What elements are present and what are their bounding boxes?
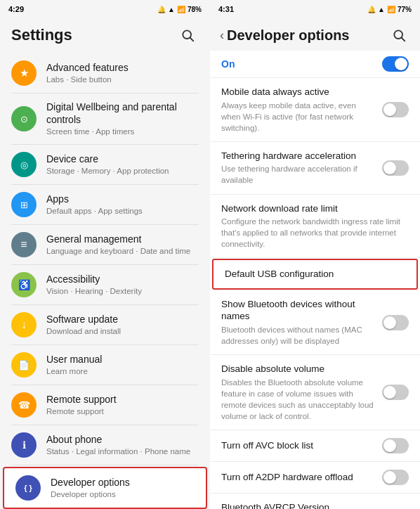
user-manual-icon: 📄 bbox=[11, 352, 37, 378]
wifi-icon: ▲ bbox=[168, 6, 175, 13]
settings-item-digital-wellbeing[interactable]: ⊙ Digital Wellbeing and parental control… bbox=[0, 94, 210, 144]
device-care-icon: ◎ bbox=[11, 152, 37, 177]
toggle-thumb bbox=[395, 58, 407, 70]
status-bar-right: 4:31 🔔 ▲ 📶 77% bbox=[210, 0, 420, 17]
network-download-subtitle: Configure the network bandwidth ingress … bbox=[221, 216, 402, 250]
svg-line-3 bbox=[402, 38, 405, 41]
dev-item-a2dp[interactable]: Turn off A2DP hardware offload bbox=[210, 462, 420, 494]
developer-options-panel: 4:31 🔔 ▲ 📶 77% ‹ Developer options On bbox=[210, 0, 420, 509]
bluetooth-devices-subtitle: Bluetooth devices without names (MAC add… bbox=[221, 324, 375, 347]
dev-search-icon bbox=[392, 28, 406, 42]
on-label: On bbox=[221, 58, 235, 70]
mobile-data-subtitle: Always keep mobile data active, even whe… bbox=[221, 100, 375, 134]
settings-header: Settings bbox=[0, 17, 210, 53]
absolute-volume-subtitle: Disables the Bluetooth absolute volume f… bbox=[221, 377, 375, 422]
tethering-subtitle: Use tethering hardware acceleration if a… bbox=[221, 163, 375, 186]
settings-item-software-update[interactable]: ↓ Software update Download and install bbox=[0, 305, 210, 344]
accessibility-subtitle: Vision · Hearing · Dexterity bbox=[46, 286, 199, 297]
a2dp-title: Turn off A2DP hardware offload bbox=[221, 471, 375, 484]
general-management-icon: ≡ bbox=[11, 232, 37, 257]
usb-config-title: Default USB configuration bbox=[225, 268, 398, 281]
developer-options-subtitle: Developer options bbox=[51, 489, 195, 500]
user-manual-title: User manual bbox=[46, 353, 199, 366]
settings-item-accessibility[interactable]: ♿ Accessibility Vision · Hearing · Dexte… bbox=[0, 265, 210, 304]
developer-options-toggle[interactable] bbox=[382, 56, 409, 72]
advanced-features-icon: ★ bbox=[11, 60, 37, 86]
dev-item-avc-block[interactable]: Turn off AVC block list bbox=[210, 430, 420, 462]
software-update-title: Software update bbox=[46, 313, 199, 326]
general-management-title: General management bbox=[46, 233, 199, 245]
network-download-title: Network download rate limit bbox=[221, 202, 402, 215]
wifi-icon-r: ▲ bbox=[378, 6, 385, 13]
advanced-features-title: Advanced features bbox=[46, 61, 199, 74]
bluetooth-devices-toggle[interactable] bbox=[382, 315, 409, 330]
developer-options-list: On Mobile data always active Always keep… bbox=[210, 51, 420, 509]
status-bar-left: 4:29 🔔 ▲ 📶 78% bbox=[0, 0, 210, 17]
apps-title: Apps bbox=[46, 193, 199, 205]
dev-item-tethering[interactable]: Tethering hardware acceleration Use teth… bbox=[210, 142, 420, 195]
settings-item-developer-options[interactable]: { } Developer options Developer options bbox=[3, 467, 207, 509]
divider bbox=[11, 465, 199, 465]
dev-search-button[interactable] bbox=[388, 24, 410, 46]
settings-title: Settings bbox=[11, 26, 72, 44]
mobile-data-title: Mobile data always active bbox=[221, 86, 375, 98]
absolute-volume-title: Disable absolute volume bbox=[221, 363, 375, 375]
avc-block-toggle[interactable] bbox=[382, 438, 409, 453]
tethering-toggle[interactable] bbox=[382, 160, 409, 176]
general-management-subtitle: Language and keyboard · Date and time bbox=[46, 246, 199, 257]
digital-wellbeing-icon: ⊙ bbox=[11, 106, 37, 131]
digital-wellbeing-subtitle: Screen time · App timers bbox=[46, 127, 199, 137]
search-button[interactable] bbox=[176, 24, 199, 46]
signal-icon-r: 📶 bbox=[387, 6, 395, 13]
developer-options-title: Developer options bbox=[227, 27, 349, 44]
remote-support-icon: ☎ bbox=[11, 392, 37, 418]
svg-line-1 bbox=[190, 38, 194, 41]
software-update-icon: ↓ bbox=[11, 312, 37, 337]
device-care-subtitle: Storage · Memory · App protection bbox=[46, 166, 199, 176]
device-care-title: Device care bbox=[46, 153, 199, 165]
back-button[interactable]: ‹ bbox=[220, 28, 224, 43]
settings-item-general-management[interactable]: ≡ General management Language and keyboa… bbox=[0, 225, 210, 264]
developer-options-on-row[interactable]: On bbox=[210, 51, 420, 78]
advanced-features-subtitle: Labs · Side button bbox=[46, 75, 199, 85]
dev-item-absolute-volume[interactable]: Disable absolute volume Disables the Blu… bbox=[210, 355, 420, 430]
about-phone-icon: ℹ bbox=[11, 432, 37, 458]
notification-icon: 🔔 bbox=[157, 6, 166, 13]
settings-item-advanced-features[interactable]: ★ Advanced features Labs · Side button bbox=[0, 53, 210, 93]
settings-item-user-manual[interactable]: 📄 User manual Learn more bbox=[0, 345, 210, 385]
settings-item-device-care[interactable]: ◎ Device care Storage · Memory · App pro… bbox=[0, 145, 210, 184]
settings-panel: 4:29 🔔 ▲ 📶 78% Settings ★ Advanced featu… bbox=[0, 0, 210, 509]
settings-item-apps[interactable]: ⊞ Apps Default apps · App settings bbox=[0, 185, 210, 224]
dev-item-usb-config[interactable]: Default USB configuration bbox=[212, 259, 418, 290]
dev-item-mobile-data[interactable]: Mobile data always active Always keep mo… bbox=[210, 78, 420, 142]
search-icon bbox=[181, 28, 195, 42]
dev-item-network-download[interactable]: Network download rate limit Configure th… bbox=[210, 195, 420, 259]
bluetooth-devices-title: Show Bluetooth devices without names bbox=[221, 298, 375, 323]
dev-item-avrcp[interactable]: Bluetooth AVRCP Version AVRCP 1.5 (Defau… bbox=[210, 494, 420, 509]
remote-support-title: Remote support bbox=[46, 393, 199, 406]
a2dp-toggle[interactable] bbox=[382, 470, 409, 485]
avc-block-title: Turn off AVC block list bbox=[221, 439, 375, 452]
settings-item-remote-support[interactable]: ☎ Remote support Remote support bbox=[0, 385, 210, 425]
tethering-title: Tethering hardware acceleration bbox=[221, 150, 375, 162]
battery-left: 78% bbox=[188, 6, 202, 13]
developer-options-icon: { } bbox=[15, 475, 41, 501]
avrcp-title: Bluetooth AVRCP Version bbox=[221, 501, 402, 509]
mobile-data-toggle[interactable] bbox=[382, 102, 409, 117]
accessibility-icon: ♿ bbox=[11, 272, 37, 297]
notification-icon-r: 🔔 bbox=[367, 6, 376, 13]
user-manual-subtitle: Learn more bbox=[46, 366, 199, 377]
digital-wellbeing-title: Digital Wellbeing and parental controls bbox=[46, 101, 199, 126]
developer-options-title: Developer options bbox=[51, 476, 195, 489]
absolute-volume-toggle[interactable] bbox=[382, 385, 409, 400]
signal-icon: 📶 bbox=[177, 6, 185, 13]
dev-item-bluetooth-devices[interactable]: Show Bluetooth devices without names Blu… bbox=[210, 290, 420, 355]
settings-item-about-phone[interactable]: ℹ About phone Status · Legal information… bbox=[0, 425, 210, 465]
apps-subtitle: Default apps · App settings bbox=[46, 206, 199, 217]
about-phone-subtitle: Status · Legal information · Phone name bbox=[46, 446, 199, 457]
developer-options-header: ‹ Developer options bbox=[210, 17, 420, 51]
settings-list: ★ Advanced features Labs · Side button ⊙… bbox=[0, 53, 210, 509]
accessibility-title: Accessibility bbox=[46, 273, 199, 285]
about-phone-title: About phone bbox=[46, 433, 199, 446]
time-left: 4:29 bbox=[8, 5, 24, 13]
